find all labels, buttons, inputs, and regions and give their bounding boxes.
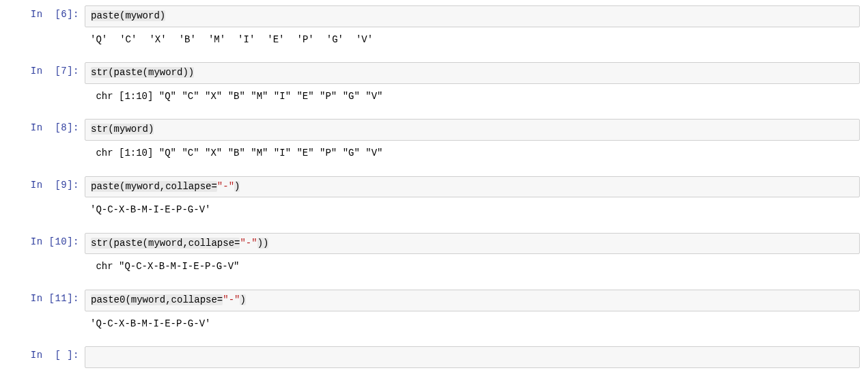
- output-row: 'Q''C''X''B''M''I''E''P''G''V': [0, 30, 868, 51]
- code-token: "-": [240, 238, 257, 249]
- output-text: chr [1:10] "Q" "C" "X" "B" "M" "I" "E" "…: [85, 143, 860, 164]
- code-token: str(paste(myword)): [91, 67, 194, 78]
- input-row: In [9]:paste(myword,collapse="-"): [0, 176, 868, 198]
- code-cell: In [8]:str(myword) chr [1:10] "Q" "C" "X…: [0, 119, 868, 163]
- output-prompt: [0, 30, 85, 37]
- output-list-item: 'B': [179, 33, 196, 47]
- code-input[interactable]: str(paste(myword)): [85, 62, 860, 84]
- code-token: [91, 351, 96, 362]
- code-token: paste(myword): [91, 10, 165, 21]
- output-plain: 'Q-C-X-B-M-I-E-P-G-V': [90, 204, 210, 215]
- output-list-item: 'X': [149, 33, 166, 47]
- output-text: chr "Q-C-X-B-M-I-E-P-G-V": [85, 257, 860, 277]
- output-text: chr [1:10] "Q" "C" "X" "B" "M" "I" "E" "…: [85, 87, 860, 107]
- output-prompt: [0, 257, 85, 264]
- code-token: paste0(myword,collapse=: [91, 294, 223, 305]
- output-row: chr "Q-C-X-B-M-I-E-P-G-V": [0, 257, 868, 277]
- code-cell: In [6]:paste(myword)'Q''C''X''B''M''I''E…: [0, 5, 868, 50]
- input-row: In [7]:str(paste(myword)): [0, 62, 868, 84]
- code-token: paste(myword,collapse=: [91, 181, 217, 192]
- code-token: "-": [217, 181, 234, 192]
- input-prompt: In [9]:: [0, 176, 85, 194]
- code-input[interactable]: paste(myword): [85, 5, 860, 27]
- output-prompt: [0, 200, 85, 207]
- input-row: In [11]:paste0(myword,collapse="-"): [0, 290, 868, 311]
- code-input[interactable]: str(myword): [85, 119, 860, 141]
- code-cell: In [11]:paste0(myword,collapse="-")'Q-C-…: [0, 290, 868, 334]
- code-token: )): [257, 238, 269, 249]
- input-row: In [ ]:: [0, 346, 868, 368]
- output-text: 'Q-C-X-B-M-I-E-P-G-V': [85, 314, 860, 335]
- output-text: 'Q-C-X-B-M-I-E-P-G-V': [85, 200, 860, 221]
- code-token: str(myword): [91, 124, 154, 135]
- output-plain: chr [1:10] "Q" "C" "X" "B" "M" "I" "E" "…: [90, 91, 382, 102]
- input-row: In [10]:str(paste(myword,collapse="-")): [0, 233, 868, 255]
- output-prompt: [0, 87, 85, 94]
- output-row: chr [1:10] "Q" "C" "X" "B" "M" "I" "E" "…: [0, 143, 868, 164]
- input-row: In [8]:str(myword): [0, 119, 868, 141]
- output-list-item: 'Q': [90, 33, 107, 47]
- code-input[interactable]: str(paste(myword,collapse="-")): [85, 233, 860, 255]
- output-list-item: 'P': [297, 33, 314, 47]
- output-list-item: 'G': [326, 33, 344, 47]
- input-prompt: In [ ]:: [0, 346, 85, 364]
- output-row: chr [1:10] "Q" "C" "X" "B" "M" "I" "E" "…: [0, 87, 868, 107]
- code-cell: In [7]:str(paste(myword)) chr [1:10] "Q"…: [0, 62, 868, 107]
- input-prompt: In [7]:: [0, 62, 85, 80]
- output-row: 'Q-C-X-B-M-I-E-P-G-V': [0, 314, 868, 335]
- output-prompt: [0, 143, 85, 150]
- input-row: In [6]:paste(myword): [0, 5, 868, 27]
- code-cell: In [9]:paste(myword,collapse="-")'Q-C-X-…: [0, 176, 868, 221]
- code-input[interactable]: [85, 346, 860, 368]
- code-token: ): [234, 181, 240, 192]
- output-row: 'Q-C-X-B-M-I-E-P-G-V': [0, 200, 868, 221]
- output-prompt: [0, 314, 85, 321]
- code-cell: In [10]:str(paste(myword,collapse="-")) …: [0, 233, 868, 277]
- code-input[interactable]: paste0(myword,collapse="-"): [85, 290, 860, 311]
- input-prompt: In [10]:: [0, 233, 85, 251]
- output-plain: 'Q-C-X-B-M-I-E-P-G-V': [90, 318, 210, 329]
- output-list: 'Q''C''X''B''M''I''E''P''G''V': [90, 33, 854, 47]
- code-token: "-": [223, 294, 240, 305]
- input-prompt: In [6]:: [0, 5, 85, 23]
- code-token: str(paste(myword,collapse=: [91, 238, 240, 249]
- code-cell: In [ ]:: [0, 346, 868, 368]
- output-plain: chr "Q-C-X-B-M-I-E-P-G-V": [90, 261, 239, 272]
- output-list-item: 'V': [356, 33, 373, 47]
- output-plain: chr [1:10] "Q" "C" "X" "B" "M" "I" "E" "…: [90, 148, 382, 158]
- jupyter-notebook: In [6]:paste(myword)'Q''C''X''B''M''I''E…: [0, 5, 868, 368]
- output-list-item: 'C': [120, 33, 137, 47]
- output-list-item: 'M': [208, 33, 225, 47]
- code-token: ): [240, 294, 245, 305]
- output-list-item: 'I': [238, 33, 255, 47]
- output-list-item: 'E': [267, 33, 284, 47]
- input-prompt: In [8]:: [0, 119, 85, 137]
- input-prompt: In [11]:: [0, 290, 85, 307]
- output-text: 'Q''C''X''B''M''I''E''P''G''V': [85, 30, 860, 51]
- code-input[interactable]: paste(myword,collapse="-"): [85, 176, 860, 198]
